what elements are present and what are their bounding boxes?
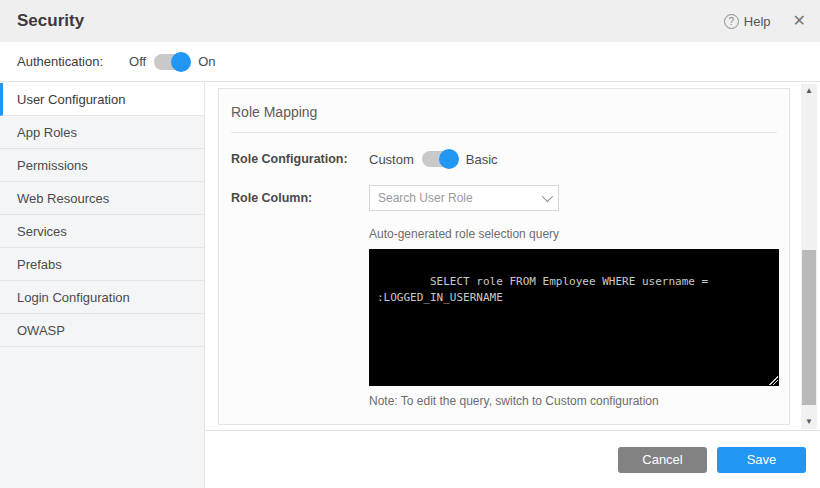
help-button[interactable]: ? Help bbox=[724, 14, 771, 29]
resize-handle-icon[interactable] bbox=[768, 375, 778, 385]
toggle-knob bbox=[439, 149, 459, 169]
role-configuration-label: Role Configuration: bbox=[231, 152, 369, 166]
dialog-header: Security ? Help ✕ bbox=[0, 0, 820, 42]
role-column-placeholder: Search User Role bbox=[378, 191, 542, 205]
role-column-row: Role Column: Search User Role bbox=[231, 185, 789, 211]
dialog-footer: Cancel Save bbox=[206, 430, 820, 488]
help-label: Help bbox=[744, 14, 771, 29]
role-column-select[interactable]: Search User Role bbox=[369, 185, 559, 211]
page-title: Security bbox=[17, 11, 84, 31]
sidebar-item-owasp[interactable]: OWASP bbox=[0, 314, 204, 347]
cancel-button[interactable]: Cancel bbox=[618, 447, 707, 473]
sidebar-item-permissions[interactable]: Permissions bbox=[0, 149, 204, 182]
panel-divider bbox=[231, 132, 777, 133]
toggle-knob bbox=[171, 52, 191, 72]
help-icon: ? bbox=[724, 14, 739, 29]
chevron-down-icon bbox=[542, 191, 553, 202]
sidebar-item-web-resources[interactable]: Web Resources bbox=[0, 182, 204, 215]
scroll-down-icon[interactable]: ▼ bbox=[801, 415, 817, 429]
main-content: Role Mapping Role Configuration: Custom … bbox=[206, 83, 820, 488]
role-query-text: SELECT role FROM Employee WHERE username… bbox=[377, 275, 715, 303]
authentication-label: Authentication: bbox=[17, 54, 103, 69]
sidebar-item-user-configuration[interactable]: User Configuration bbox=[0, 83, 204, 116]
scroll-up-icon[interactable]: ▲ bbox=[801, 84, 817, 98]
close-icon[interactable]: ✕ bbox=[793, 13, 806, 29]
sidebar-item-login-configuration[interactable]: Login Configuration bbox=[0, 281, 204, 314]
role-column-label: Role Column: bbox=[231, 191, 369, 205]
role-mapping-title: Role Mapping bbox=[219, 89, 789, 132]
settings-sidebar: User Configuration App Roles Permissions… bbox=[0, 83, 205, 488]
custom-option-label: Custom bbox=[369, 152, 414, 167]
sidebar-item-prefabs[interactable]: Prefabs bbox=[0, 248, 204, 281]
role-mapping-panel: Role Mapping Role Configuration: Custom … bbox=[218, 88, 790, 425]
save-button[interactable]: Save bbox=[717, 447, 806, 473]
authentication-bar: Authentication: Off On bbox=[0, 42, 820, 82]
query-note: Note: To edit the query, switch to Custo… bbox=[369, 394, 789, 408]
sidebar-item-services[interactable]: Services bbox=[0, 215, 204, 248]
authentication-on-label: On bbox=[198, 54, 215, 69]
role-configuration-row: Role Configuration: Custom Basic bbox=[231, 151, 789, 167]
scrollbar-thumb[interactable] bbox=[802, 250, 816, 405]
basic-option-label: Basic bbox=[466, 152, 498, 167]
vertical-scrollbar[interactable]: ▲ ▼ bbox=[801, 84, 817, 429]
role-configuration-toggle[interactable] bbox=[422, 151, 458, 167]
query-caption: Auto-generated role selection query bbox=[369, 227, 789, 241]
authentication-off-label: Off bbox=[129, 54, 146, 69]
authentication-toggle[interactable] bbox=[154, 54, 190, 70]
security-dialog: Security ? Help ✕ Authentication: Off On… bbox=[0, 0, 820, 488]
role-query-textarea[interactable]: SELECT role FROM Employee WHERE username… bbox=[369, 249, 779, 386]
sidebar-item-app-roles[interactable]: App Roles bbox=[0, 116, 204, 149]
